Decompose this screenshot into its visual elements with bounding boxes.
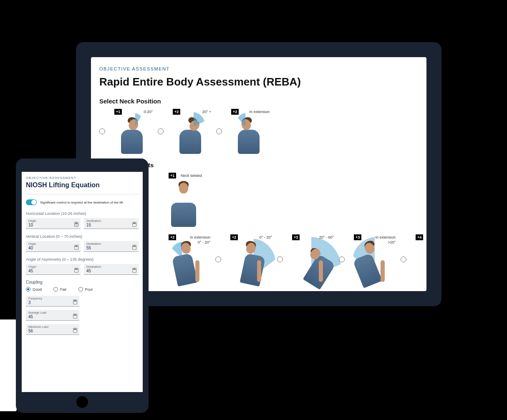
- calculator-icon: [73, 299, 78, 304]
- svg-rect-15: [75, 269, 78, 269]
- trunk-option-3[interactable]: +3 20° - 60°: [277, 234, 336, 284]
- reba-eyebrow: OBJECTIVE ASSESSMENT: [99, 66, 418, 71]
- neck-option-2[interactable]: +2 20° +: [158, 109, 214, 154]
- score-badge: +3: [354, 234, 361, 240]
- field-value: 15: [86, 223, 136, 227]
- pose-figure: +2 0° - 20°: [224, 234, 275, 284]
- asymmetry-heading: Angle of Asymmetry (0 – 135 degrees): [26, 257, 139, 262]
- field-value: 45: [86, 269, 136, 273]
- range-label: In extension: [249, 110, 270, 114]
- niosh-eyebrow: OBJECTIVE ASSESSMENT: [26, 176, 139, 180]
- avg-load-field[interactable]: Average Load 45: [26, 310, 79, 321]
- svg-rect-9: [133, 223, 136, 224]
- range-label: 20° - 60°: [319, 235, 334, 239]
- pose-figure: +3 In extension >20°: [348, 234, 398, 284]
- neck-option-3[interactable]: +2 In extension: [216, 109, 272, 154]
- svg-point-4: [77, 224, 78, 225]
- coupling-label: Poor: [85, 287, 93, 292]
- pose-figure: +2 In extension 0° - 20°: [163, 234, 213, 284]
- coupling-fair[interactable]: Fair: [53, 287, 67, 292]
- radio-icon[interactable]: [401, 257, 406, 262]
- radio-icon[interactable]: [215, 257, 221, 262]
- max-load-field[interactable]: Maximum Load 56: [26, 324, 79, 335]
- h-dest-field[interactable]: Destination 15: [84, 218, 139, 229]
- reba-title: Rapid Entire Body Assessment (REBA): [99, 75, 418, 88]
- vertical-row: Origin 40 Destination 55: [26, 241, 139, 252]
- radio-icon[interactable]: [216, 128, 222, 134]
- neck-options-row: +1 0-20° +2 20° +: [99, 109, 418, 154]
- field-label: Maximum Load: [28, 325, 77, 328]
- horizontal-heading: Horizontal Location (10-25 inches): [26, 211, 139, 216]
- field-label: Destination: [86, 219, 136, 222]
- niosh-screen: OBJECTIVE ASSESSMENT NIOSH Lifting Equat…: [22, 172, 143, 392]
- pose-figure: +3 20° - 60°: [286, 234, 336, 284]
- pose-figure: +1 Neck twisted: [163, 173, 204, 227]
- svg-point-6: [76, 225, 76, 226]
- field-label: Origin: [28, 265, 78, 268]
- a-dest-field[interactable]: Destination 45: [84, 264, 139, 275]
- range-label: 0° - 20°: [260, 235, 272, 239]
- control-toggle-row[interactable]: Significant control is required at the d…: [26, 199, 139, 205]
- calculator-icon: [132, 222, 137, 227]
- trunk-option-1[interactable]: +2 In extension 0° - 20°: [154, 234, 213, 284]
- trunk-option-2[interactable]: +2 0° - 20°: [215, 234, 275, 284]
- radio-icon[interactable]: [78, 287, 83, 292]
- radio-icon[interactable]: [99, 128, 105, 134]
- score-badge: +2: [230, 234, 238, 240]
- pose-figure: +4 60°+: [410, 234, 426, 284]
- coupling-good[interactable]: Good: [26, 287, 42, 292]
- svg-point-3: [76, 224, 76, 225]
- field-label: Origin: [28, 219, 78, 222]
- calculator-icon: [74, 222, 79, 227]
- pose-figure: +1 0-20°: [108, 109, 155, 154]
- v-dest-field[interactable]: Destination 55: [84, 241, 139, 252]
- radio-icon[interactable]: [53, 287, 58, 292]
- vertical-heading: Vertical Location (0 – 70 inches): [26, 234, 139, 239]
- calculator-icon: [74, 245, 79, 250]
- range-label: 20° +: [202, 110, 211, 114]
- neck-option-1[interactable]: +1 0-20°: [99, 109, 155, 154]
- toggle-switch[interactable]: [26, 199, 37, 205]
- field-label: Frequency: [28, 297, 77, 300]
- svg-rect-19: [74, 300, 76, 301]
- neck-section-title: Select Neck Position: [99, 98, 418, 105]
- svg-rect-1: [75, 223, 78, 224]
- calculator-icon: [73, 314, 78, 319]
- trunk-option-4[interactable]: +3 In extension >20°: [339, 234, 398, 284]
- field-value: 40: [28, 246, 78, 250]
- angle-arc-icon: [168, 239, 191, 262]
- field-value: 10: [28, 223, 78, 227]
- range-label: In extension: [190, 235, 210, 239]
- field-label: Origin: [28, 242, 78, 245]
- svg-rect-23: [74, 329, 76, 329]
- h-origin-field[interactable]: Origin 10: [26, 218, 81, 229]
- radio-icon[interactable]: [26, 287, 30, 292]
- score-badge: +4: [416, 234, 423, 240]
- pose-figure: +2 In extension: [225, 109, 272, 154]
- score-badge: +2: [231, 109, 239, 115]
- calculator-icon: [74, 268, 79, 273]
- trunk-option-5[interactable]: +4 60°+: [401, 234, 426, 284]
- score-badge: +2: [173, 109, 180, 115]
- field-value: 55: [86, 246, 136, 250]
- a-origin-field[interactable]: Origin 45: [26, 264, 81, 275]
- range-label: 0-20°: [144, 110, 153, 114]
- pose-figure: +2 20° +: [167, 109, 214, 154]
- coupling-options: Good Fair Poor: [26, 287, 139, 292]
- divider: [26, 194, 139, 194]
- coupling-poor[interactable]: Poor: [78, 287, 93, 292]
- score-badge: +1: [169, 173, 176, 179]
- calculator-icon: [132, 245, 137, 250]
- radio-icon[interactable]: [158, 128, 164, 134]
- coupling-heading: Coupling: [26, 280, 139, 284]
- field-value: 45: [28, 314, 77, 319]
- neck-adj-option[interactable]: +1 Neck twisted: [154, 173, 204, 227]
- trunk-options-row: +2 In extension 0° - 20° +2 0° - 20°: [154, 234, 418, 284]
- asymmetry-row: Origin 45 Destination 45: [26, 264, 139, 275]
- coupling-label: Good: [33, 287, 42, 292]
- calculator-icon: [73, 328, 78, 333]
- field-value: 45: [28, 269, 78, 273]
- frequency-field[interactable]: Frequency 3: [26, 296, 79, 307]
- v-origin-field[interactable]: Origin 40: [26, 241, 81, 252]
- background-card: [0, 319, 17, 411]
